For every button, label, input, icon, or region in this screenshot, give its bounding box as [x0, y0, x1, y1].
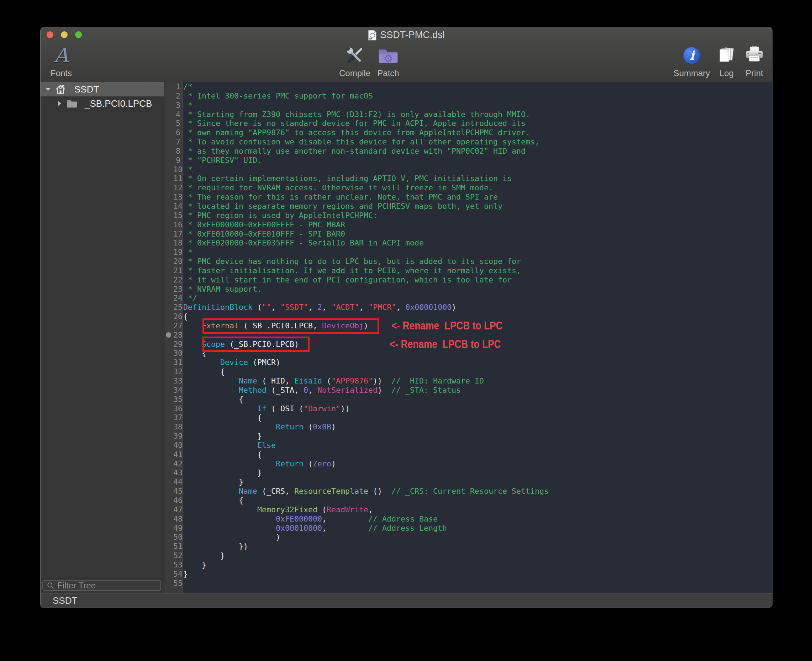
- minimize-window-button[interactable]: [61, 31, 68, 38]
- code-editor[interactable]: /* * Intel 300-series PMC support for ma…: [183, 82, 772, 593]
- tree-item-ssdt[interactable]: SSDT: [41, 82, 164, 96]
- close-window-button[interactable]: [46, 31, 53, 38]
- code-line: 0xFE000000, // Address Base: [183, 514, 772, 524]
- code-token-pun: (: [304, 459, 313, 468]
- main-content: SSDT _SB.PCI0.LPCB: [41, 82, 772, 593]
- code-line: {: [183, 413, 772, 422]
- annotation-highlight-box: [203, 337, 310, 352]
- disclosure-down-icon[interactable]: [46, 87, 51, 91]
- code-token-pun: ,: [396, 303, 405, 311]
- code-token-pun: ,: [359, 303, 368, 311]
- filter-area: Filter Tree: [41, 578, 164, 593]
- home-icon: [55, 84, 66, 94]
- code-token-pun: )): [373, 377, 392, 385]
- code-token-kw: EisaId: [294, 377, 322, 385]
- toolbar-fonts-button[interactable]: A Fonts: [41, 44, 86, 78]
- code-line: * faster initialisation. If we add it to…: [183, 266, 772, 275]
- line-number: 20: [173, 257, 182, 266]
- tree-item-lpcb-label: _SB.PCI0.LPCB: [85, 98, 152, 109]
- code-token-kw: Device: [220, 358, 248, 367]
- line-number: 21: [173, 266, 182, 275]
- toolbar-patch-label: Patch: [363, 68, 413, 78]
- print-icon: [744, 45, 765, 66]
- code-token-pun: (_OSI (: [267, 404, 304, 413]
- line-number: 47: [173, 505, 182, 514]
- code-token-com: *: [183, 165, 192, 174]
- line-marker-dot[interactable]: [166, 332, 171, 338]
- line-number: 41: [173, 450, 182, 459]
- zoom-window-button[interactable]: [75, 31, 82, 38]
- code-token-com: // _HID: Hardware ID: [392, 377, 484, 385]
- code-token-com: * 0xFE010000~0xFE010FFF - SPI BAR0: [183, 230, 345, 238]
- line-number: 7: [173, 137, 182, 147]
- line-number: 45: [173, 487, 182, 496]
- toolbar-patch-button[interactable]: ⚙ Patch: [363, 44, 413, 78]
- code-line: }: [183, 570, 772, 579]
- code-token-com: // _CRS: Current Resource Settings: [392, 487, 549, 496]
- code-token-pun: (: [304, 422, 313, 431]
- code-token-grn: ResourceTemplate: [294, 487, 368, 496]
- line-number: 30: [173, 349, 182, 358]
- code-line: Name (_HID, EisaId ("APP9876")) // _HID:…: [183, 377, 772, 386]
- code-token-str: "SSDT": [280, 303, 308, 311]
- code-line: 0x00010000, // Address Length: [183, 524, 772, 533]
- filter-tree-placeholder: Filter Tree: [57, 581, 96, 591]
- app-window: SSDT-PMC.dsl A Fonts: [41, 27, 772, 608]
- screen-background: SSDT-PMC.dsl A Fonts: [0, 0, 812, 661]
- code-token-pun: (: [253, 303, 262, 311]
- code-token-com: * 0xFE020000~0xFE035FFF - SerialIo BAR i…: [183, 238, 424, 247]
- tree-item-ssdt-label: SSDT: [74, 84, 99, 95]
- tree-item-sb-pci0-lpcb[interactable]: _SB.PCI0.LPCB: [41, 96, 164, 111]
- svg-text:⚙: ⚙: [384, 52, 393, 65]
- code-token-pun: ): [377, 386, 392, 394]
- code-line: Method (_STA, 0, NotSerialized) // _STA:…: [183, 386, 772, 395]
- code-token-pink: NotSerialized: [317, 386, 377, 394]
- code-line: Else: [183, 441, 772, 450]
- line-number: 54: [173, 570, 182, 579]
- disclosure-right-icon[interactable]: [57, 101, 62, 106]
- code-token-com: * located in separate memory regions and…: [183, 202, 502, 211]
- code-token-kw: Return: [276, 422, 304, 431]
- code-token-pun: ): [183, 533, 280, 541]
- line-number: 43: [173, 468, 182, 477]
- code-token-str: "PMCR": [368, 303, 396, 311]
- toolbar-print-button[interactable]: Print: [729, 44, 772, 78]
- line-number: 14: [173, 202, 182, 211]
- line-number: 29: [173, 340, 182, 349]
- line-number: 35: [173, 395, 182, 404]
- code-token-num: 0: [304, 386, 308, 394]
- filter-tree-input[interactable]: Filter Tree: [42, 580, 161, 591]
- code-line: Memory32Fixed (ReadWrite,: [183, 505, 772, 514]
- search-icon: [46, 582, 54, 589]
- line-number: 31: [173, 358, 182, 367]
- code-token-pun: {: [183, 395, 243, 404]
- line-number: 3: [173, 101, 182, 110]
- code-line: * as they normally use another non-stand…: [183, 147, 772, 156]
- code-token-pun: [183, 321, 202, 330]
- folder-icon: [66, 99, 78, 108]
- code-line: {: [183, 496, 772, 505]
- code-token-pun: (_HID,: [257, 377, 294, 385]
- code-token-com: * PMC region is used by AppleIntelPCHPMC…: [183, 211, 377, 220]
- code-token-com: * Intel 300-series PMC support for macOS: [183, 91, 373, 100]
- code-line: *: [183, 101, 772, 110]
- document-icon: [368, 30, 376, 41]
- code-token-com: * NVRAM support.: [183, 284, 262, 294]
- line-number: 13: [173, 192, 182, 202]
- code-token-str: "Darwin": [304, 404, 340, 413]
- code-line: * NVRAM support.: [183, 284, 772, 294]
- code-token-pun: }: [183, 570, 188, 578]
- line-number: 27: [173, 321, 182, 330]
- code-line: }: [183, 431, 772, 441]
- line-number: 16: [173, 220, 182, 230]
- line-number: 38: [173, 422, 182, 431]
- code-line: ): [183, 533, 772, 542]
- summary-info-icon: i: [681, 45, 702, 66]
- line-number: 2: [173, 91, 182, 101]
- code-token-pun: [183, 340, 202, 349]
- line-number: 34: [173, 386, 182, 395]
- code-token-pun: }: [183, 560, 206, 569]
- line-number: 44: [173, 477, 182, 487]
- code-token-pun: (): [368, 487, 392, 496]
- code-token-pun: ,: [322, 303, 331, 311]
